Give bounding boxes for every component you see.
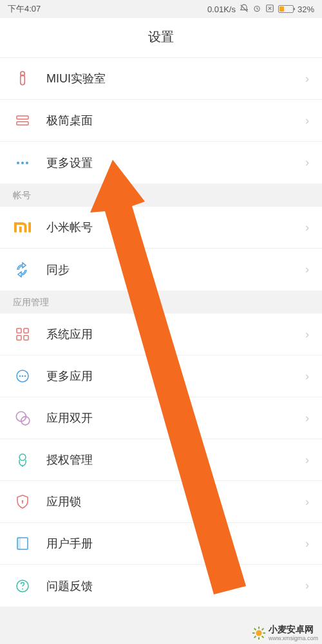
- chevron-right-icon: ›: [305, 495, 309, 509]
- item-label: 同步: [46, 262, 305, 278]
- lab-icon: [13, 69, 32, 88]
- no-sound-icon: [240, 4, 249, 15]
- svg-rect-12: [17, 336, 21, 340]
- item-miui-lab[interactable]: MIUI实验室 ›: [0, 58, 322, 100]
- svg-point-16: [22, 375, 24, 377]
- page-title: 设置: [0, 18, 322, 58]
- watermark-logo-icon: [252, 626, 266, 640]
- status-speed: 0.01K/s: [207, 5, 236, 14]
- item-label: MIUI实验室: [46, 71, 305, 86]
- item-mi-account[interactable]: 小米帐号 ›: [0, 207, 322, 249]
- watermark-brand: 小麦安卓网: [269, 624, 318, 636]
- settings-group-2: 系统应用 › 更多应用 › 应用双开 › 授权管理 › 应用锁 › 用户手册 ›: [0, 314, 322, 607]
- item-more-apps[interactable]: 更多应用 ›: [0, 355, 322, 397]
- feedback-icon: [13, 576, 32, 596]
- chevron-right-icon: ›: [305, 221, 309, 234]
- item-label: 更多应用: [46, 368, 305, 384]
- svg-point-9: [26, 162, 28, 164]
- status-right: 0.01K/s 32%: [207, 4, 314, 15]
- svg-rect-6: [17, 122, 28, 125]
- svg-point-27: [22, 588, 23, 589]
- chevron-right-icon: ›: [305, 263, 309, 276]
- item-sync[interactable]: 同步 ›: [0, 249, 322, 290]
- svg-line-36: [254, 636, 256, 638]
- chevron-right-icon: ›: [305, 370, 309, 383]
- svg-point-20: [19, 454, 26, 460]
- item-label: 小米帐号: [46, 220, 305, 235]
- chevron-right-icon: ›: [305, 156, 309, 169]
- chevron-right-icon: ›: [305, 579, 309, 592]
- item-label: 更多设置: [46, 155, 305, 171]
- item-lite-home[interactable]: 极简桌面 ›: [0, 100, 322, 142]
- item-label: 授权管理: [46, 452, 305, 468]
- svg-line-37: [262, 628, 264, 630]
- svg-point-22: [22, 500, 24, 502]
- item-sys-apps[interactable]: 系统应用 ›: [0, 314, 322, 355]
- svg-rect-4: [21, 75, 25, 85]
- lite-desktop-icon: [13, 111, 32, 130]
- svg-rect-5: [17, 116, 28, 119]
- svg-line-35: [262, 636, 264, 638]
- battery-icon: [278, 5, 294, 13]
- section-header-apps: 应用管理: [0, 290, 322, 314]
- more-dots-icon: [13, 153, 32, 173]
- permissions-icon: [13, 450, 32, 469]
- app-lock-icon: [13, 492, 32, 511]
- battery-percent: 32%: [298, 5, 314, 14]
- settings-group-1: 小米帐号 › 同步 ›: [0, 207, 322, 290]
- item-permissions[interactable]: 授权管理 ›: [0, 439, 322, 481]
- item-feedback[interactable]: 问题反馈 ›: [0, 565, 322, 607]
- item-label: 应用锁: [46, 494, 305, 509]
- item-dual-apps[interactable]: 应用双开 ›: [0, 397, 322, 439]
- manual-icon: [13, 534, 32, 553]
- settings-group-0: MIUI实验室 › 极简桌面 › 更多设置 ›: [0, 58, 322, 184]
- item-label: 极简桌面: [46, 113, 305, 128]
- status-time: 下午4:07: [8, 3, 41, 15]
- chevron-right-icon: ›: [305, 453, 309, 467]
- chevron-right-icon: ›: [305, 412, 309, 425]
- item-label: 用户手册: [46, 536, 305, 551]
- chevron-right-icon: ›: [305, 328, 309, 341]
- svg-rect-25: [17, 538, 21, 549]
- item-label: 系统应用: [46, 327, 305, 342]
- svg-line-34: [254, 628, 256, 630]
- close-box-icon: [265, 4, 274, 15]
- item-app-lock[interactable]: 应用锁 ›: [0, 481, 322, 523]
- svg-point-29: [256, 630, 261, 636]
- watermark: 小麦安卓网 www.xmsigma.com: [252, 624, 318, 641]
- watermark-url: www.xmsigma.com: [269, 636, 318, 641]
- item-manual[interactable]: 用户手册 ›: [0, 523, 322, 565]
- svg-point-15: [19, 375, 21, 377]
- svg-point-8: [21, 162, 24, 164]
- item-label: 应用双开: [46, 410, 305, 426]
- svg-rect-11: [24, 328, 28, 333]
- svg-rect-13: [24, 336, 28, 340]
- mi-logo-icon: [13, 218, 32, 237]
- chevron-right-icon: ›: [305, 537, 309, 551]
- item-more[interactable]: 更多设置 ›: [0, 142, 322, 184]
- grid-apps-icon: [13, 325, 32, 344]
- alarm-icon: [252, 4, 261, 15]
- dual-apps-icon: [13, 408, 32, 428]
- chevron-right-icon: ›: [305, 114, 309, 128]
- section-header-account: 帐号: [0, 184, 322, 207]
- more-apps-icon: [13, 366, 32, 386]
- item-label: 问题反馈: [46, 578, 305, 594]
- status-bar: 下午4:07 0.01K/s 32%: [0, 0, 322, 18]
- svg-point-7: [17, 162, 19, 164]
- svg-rect-10: [17, 328, 21, 333]
- svg-point-17: [24, 375, 26, 377]
- chevron-right-icon: ›: [305, 72, 309, 86]
- sync-icon: [13, 260, 32, 279]
